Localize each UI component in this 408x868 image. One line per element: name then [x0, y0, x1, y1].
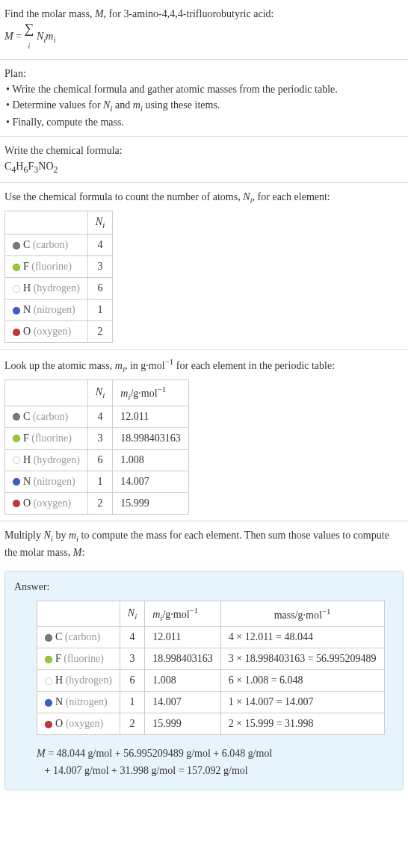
- m-val: 1.008: [113, 449, 189, 471]
- element-cell: H (hydrogen): [5, 449, 88, 471]
- count-heading: Use the chemical formula to count the nu…: [4, 189, 404, 206]
- el-sym: O: [55, 718, 63, 729]
- mul-Ni: Ni: [44, 530, 53, 541]
- n-val: 4: [87, 406, 112, 427]
- count-val: 6: [87, 278, 112, 300]
- table-row: C (carbon)4: [5, 235, 113, 256]
- sigma-icon: ∑i: [25, 22, 34, 53]
- m-val: 12.011: [113, 406, 189, 427]
- th-unit: /g·mol: [130, 388, 157, 399]
- lookup-section: Look up the atomic mass, mi, in g·mol−1 …: [0, 350, 408, 521]
- th-N-sub: i: [102, 391, 105, 400]
- th-N-sub: i: [135, 612, 137, 621]
- n-val: 2: [87, 492, 112, 514]
- n-val: 6: [87, 449, 112, 471]
- mul-d: :: [81, 547, 84, 558]
- swatch-icon: [13, 435, 20, 442]
- count-Ni: Ni: [243, 191, 252, 202]
- m-val: 1.008: [145, 670, 221, 692]
- final-equation: M = 48.044 g/mol + 56.995209489 g/mol + …: [37, 745, 394, 779]
- el-name: (hydrogen): [34, 454, 80, 465]
- plan-bullet-1: • Write the chemical formula and gather …: [6, 81, 404, 97]
- lu-sup: −1: [165, 357, 174, 366]
- n-val: 1: [120, 692, 144, 713]
- lu-mi: mi: [115, 360, 125, 371]
- element-cell: N (nitrogen): [37, 692, 120, 713]
- answer-label: Answer:: [14, 579, 394, 595]
- chem-formula-section: Write the chemical formula: C4H6F3NO2: [0, 137, 408, 183]
- final-line2: + 14.007 g/mol + 31.998 g/mol = 157.092 …: [45, 765, 248, 776]
- element-cell: N (nitrogen): [5, 471, 88, 492]
- element-cell: O (oxygen): [37, 713, 120, 735]
- element-cell: H (hydrogen): [5, 278, 88, 300]
- el-sym: C: [23, 239, 30, 250]
- cf-6: NO: [38, 161, 53, 172]
- intro-text-1: Find the molar mass,: [4, 8, 95, 19]
- m-val: 18.998403163: [113, 427, 189, 449]
- plan-bullet-3: • Finally, compute the mass.: [6, 114, 404, 130]
- el-sym: C: [55, 631, 62, 642]
- lu-h-c: for each element in the periodic table:: [173, 360, 335, 371]
- count-section: Use the chemical formula to count the nu…: [0, 183, 408, 350]
- element-cell: H (hydrogen): [37, 670, 120, 692]
- plan-bullet-2: • Determine values for Ni and mi using t…: [6, 97, 404, 114]
- cf-2: H: [16, 161, 23, 172]
- plan-section: Plan: • Write the chemical formula and g…: [0, 60, 408, 137]
- th-empty: [5, 380, 88, 406]
- swatch-icon: [13, 242, 20, 249]
- count-table: Ni C (carbon)4 F (fluorine)3 H (hydrogen…: [4, 211, 113, 343]
- el-sym: H: [55, 675, 63, 686]
- el-name: (nitrogen): [34, 304, 75, 315]
- n-val: 3: [87, 427, 112, 449]
- answer-box: Answer: Ni mi/g·mol−1 mass/g·mol−1 C (ca…: [4, 571, 404, 790]
- eq-lhs: M: [4, 31, 13, 42]
- element-cell: O (oxygen): [5, 492, 88, 514]
- lu-h-a: Look up the atomic mass,: [4, 360, 115, 371]
- count-val: 2: [87, 321, 112, 343]
- swatch-icon: [13, 500, 20, 507]
- table-row: C (carbon)412.0114 × 12.011 = 48.044: [37, 627, 385, 648]
- mass-val: 6 × 1.008 = 6.048: [220, 670, 384, 692]
- count-val: 1: [87, 300, 112, 321]
- lookup-table: Ni mi/g·mol−1 C (carbon)412.011 F (fluor…: [4, 379, 189, 514]
- th-Ni: Ni: [87, 211, 112, 235]
- mul-mi: mi: [69, 530, 78, 541]
- mass-val: 2 × 15.999 = 31.998: [220, 713, 384, 735]
- mul-b: by: [53, 530, 69, 541]
- chem-heading: Write the chemical formula:: [4, 143, 404, 158]
- element-cell: F (fluorine): [5, 256, 88, 278]
- n-val: 2: [120, 713, 144, 735]
- el-name: (carbon): [65, 631, 100, 642]
- element-cell: C (carbon): [5, 235, 88, 256]
- swatch-icon: [13, 307, 20, 314]
- m-val: 15.999: [113, 492, 189, 514]
- el-name: (oxygen): [34, 326, 72, 337]
- eq-m: m: [46, 31, 53, 42]
- plan-b2-c: using these items.: [143, 99, 220, 111]
- el-name: (oxygen): [34, 497, 72, 509]
- th-m: m: [152, 609, 160, 620]
- eq-N: N: [37, 31, 43, 42]
- cf-7: 2: [54, 164, 58, 175]
- multiply-heading: Multiply Ni by mi to compute the mass fo…: [4, 527, 404, 560]
- table-row: H (hydrogen)61.008: [5, 449, 189, 471]
- plan-b2-b: and: [112, 99, 132, 111]
- el-name: (fluorine): [31, 261, 72, 272]
- m-val: 14.007: [113, 471, 189, 492]
- table-header-row: Ni mi/g·mol−1 mass/g·mol−1: [37, 601, 385, 626]
- th-empty: [37, 601, 120, 626]
- n-val: 3: [120, 648, 144, 670]
- el-name: (nitrogen): [34, 476, 75, 487]
- th-Ni: Ni: [120, 601, 144, 626]
- swatch-icon: [45, 699, 52, 707]
- el-sym: N: [55, 696, 63, 707]
- th-mass-sup: −1: [322, 607, 331, 616]
- swatch-icon: [13, 264, 20, 271]
- count-val: 3: [87, 256, 112, 278]
- mass-val: 1 × 14.007 = 14.007: [220, 692, 384, 713]
- plan-mi: mi: [133, 99, 143, 111]
- el-sym: O: [23, 497, 31, 509]
- th-unit: /g·mol: [162, 609, 189, 620]
- intro-section: Find the molar mass, M, for 3-amino-4,4,…: [0, 0, 408, 60]
- el-sym: N: [23, 476, 31, 487]
